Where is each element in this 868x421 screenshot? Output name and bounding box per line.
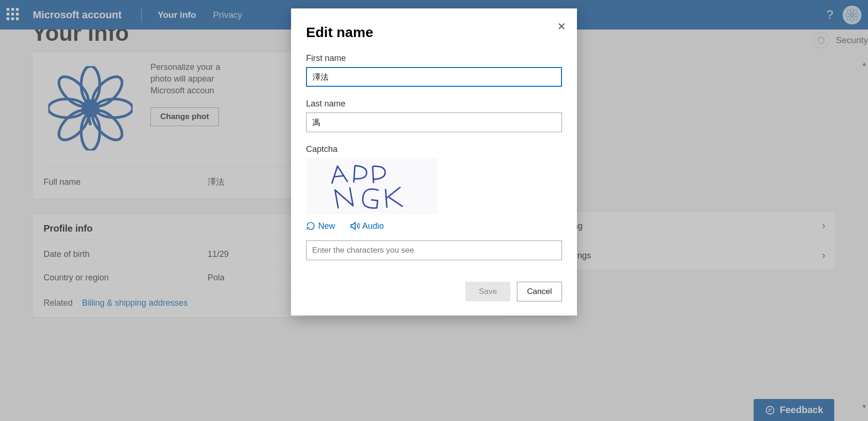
captcha-audio-button[interactable]: Audio xyxy=(349,221,384,231)
close-icon[interactable]: ✕ xyxy=(557,21,566,33)
captcha-input[interactable] xyxy=(306,241,562,260)
first-name-input[interactable] xyxy=(306,67,562,87)
captcha-new-button[interactable]: New xyxy=(306,221,335,231)
audio-icon xyxy=(349,221,359,231)
first-name-label: First name xyxy=(306,53,562,63)
cancel-button[interactable]: Cancel xyxy=(517,282,562,301)
captcha-label: Captcha xyxy=(306,144,562,154)
edit-name-modal: Edit name ✕ First name Last name Captcha xyxy=(291,8,577,316)
modal-title: Edit name xyxy=(306,24,562,40)
save-button[interactable]: Save xyxy=(465,282,510,301)
last-name-input[interactable] xyxy=(306,113,562,132)
refresh-icon xyxy=(306,221,315,231)
captcha-image xyxy=(306,158,437,214)
last-name-label: Last name xyxy=(306,99,562,109)
